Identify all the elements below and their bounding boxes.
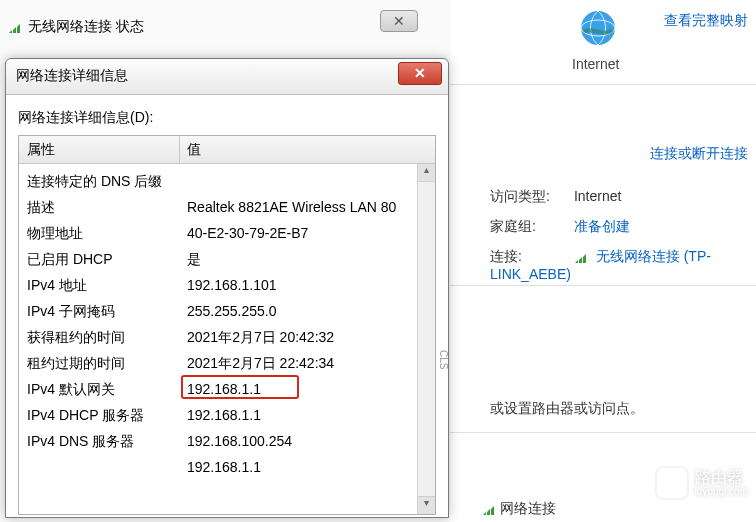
column-divider[interactable] xyxy=(179,136,180,164)
scroll-down-icon[interactable]: ▾ xyxy=(418,496,435,514)
row-property: IPv4 DNS 服务器 xyxy=(27,428,134,454)
dialog-titlebar[interactable]: 网络连接详细信息 ✕ xyxy=(6,59,448,95)
row-value: Realtek 8821AE Wireless LAN 80 xyxy=(187,194,396,220)
table-row[interactable]: 租约过期的时间2021年2月7日 22:42:34 xyxy=(19,350,435,376)
separator xyxy=(450,432,756,433)
row-value: 2021年2月7日 20:42:32 xyxy=(187,324,334,350)
separator xyxy=(450,285,756,286)
table-row[interactable]: 192.168.1.1 xyxy=(19,454,435,480)
access-type-label: 访问类型: xyxy=(490,188,570,206)
status-window-close-button[interactable]: ✕ xyxy=(380,10,418,32)
svg-rect-2 xyxy=(664,485,680,490)
row-property: 租约过期的时间 xyxy=(27,350,125,376)
row-value: 是 xyxy=(187,246,201,272)
connect-disconnect-link[interactable]: 连接或断开连接 xyxy=(650,145,748,163)
table-row[interactable]: 连接特定的 DNS 后缀 xyxy=(19,168,435,194)
router-hint-text: 或设置路由器或访问点。 xyxy=(490,400,644,418)
network-details-dialog: 网络连接详细信息 ✕ 网络连接详细信息(D): 属性 值 连接特定的 DNS 后… xyxy=(5,58,449,518)
scroll-up-icon[interactable]: ▴ xyxy=(418,164,435,182)
row-property: 获得租约的时间 xyxy=(27,324,125,350)
details-list-header: 属性 值 xyxy=(19,136,435,164)
row-value: 40-E2-30-79-2E-B7 xyxy=(187,220,308,246)
row-property: 已启用 DHCP xyxy=(27,246,113,272)
row-value: 192.168.100.254 xyxy=(187,428,292,454)
table-row[interactable]: 描述Realtek 8821AE Wireless LAN 80 xyxy=(19,194,435,220)
table-row[interactable]: 获得租约的时间2021年2月7日 20:42:32 xyxy=(19,324,435,350)
separator xyxy=(450,84,756,85)
row-property: 连接特定的 DNS 后缀 xyxy=(27,168,162,194)
status-window-title: 无线网络连接 状态 xyxy=(28,18,144,36)
homegroup-label: 家庭组: xyxy=(490,218,570,236)
table-row[interactable]: 已启用 DHCP是 xyxy=(19,246,435,272)
internet-globe-icon xyxy=(578,8,618,48)
table-row[interactable]: IPv4 DNS 服务器192.168.100.254 xyxy=(19,428,435,454)
watermark-sub: luyouqi.com xyxy=(695,486,748,497)
row-value: 192.168.1.1 xyxy=(187,402,261,428)
wifi-icon xyxy=(8,20,24,32)
access-type-value: Internet xyxy=(574,188,621,204)
connections-label: 连接: xyxy=(490,248,570,266)
homegroup-link[interactable]: 准备创建 xyxy=(574,218,630,234)
homegroup-row: 家庭组: 准备创建 xyxy=(490,218,630,236)
internet-label: Internet xyxy=(572,56,619,72)
column-value[interactable]: 值 xyxy=(187,141,201,159)
row-value: 192.168.1.101 xyxy=(187,272,277,298)
row-property: IPv4 DHCP 服务器 xyxy=(27,402,144,428)
row-property: 描述 xyxy=(27,194,55,220)
row-property: IPv4 子网掩码 xyxy=(27,298,115,324)
router-icon xyxy=(655,466,689,500)
close-button[interactable]: ✕ xyxy=(398,62,442,85)
table-row[interactable]: IPv4 默认网关192.168.1.1 xyxy=(19,376,435,402)
details-list-label: 网络连接详细信息(D): xyxy=(18,109,436,127)
side-label: CLS xyxy=(438,350,449,369)
table-row[interactable]: IPv4 地址192.168.1.101 xyxy=(19,272,435,298)
connections-row: 连接: 无线网络连接 (TP-LINK_AEBE) xyxy=(490,248,756,282)
row-value: 255.255.255.0 xyxy=(187,298,277,324)
svg-line-4 xyxy=(676,477,678,485)
row-value: 192.168.1.1 xyxy=(187,454,261,480)
watermark: 路由器 luyouqi.com xyxy=(655,466,748,500)
table-row[interactable]: IPv4 DHCP 服务器192.168.1.1 xyxy=(19,402,435,428)
svg-point-0 xyxy=(581,11,615,45)
view-full-map-link[interactable]: 查看完整映射 xyxy=(664,12,748,30)
scrollbar[interactable]: ▴ ▾ xyxy=(417,164,435,514)
row-property: 物理地址 xyxy=(27,220,83,246)
dialog-title: 网络连接详细信息 xyxy=(16,67,128,85)
details-list: 属性 值 连接特定的 DNS 后缀描述Realtek 8821AE Wirele… xyxy=(18,135,436,515)
wifi-icon xyxy=(482,502,498,514)
row-property: IPv4 默认网关 xyxy=(27,376,115,402)
table-row[interactable]: IPv4 子网掩码255.255.255.0 xyxy=(19,298,435,324)
column-property[interactable]: 属性 xyxy=(27,141,55,159)
network-center-panel: Internet 查看完整映射 连接或断开连接 访问类型: Internet 家… xyxy=(450,0,756,522)
row-value: 192.168.1.1 xyxy=(187,376,261,402)
table-row[interactable]: 物理地址40-E2-30-79-2E-B7 xyxy=(19,220,435,246)
watermark-title: 路由器 xyxy=(695,469,748,487)
row-property: IPv4 地址 xyxy=(27,272,87,298)
svg-line-3 xyxy=(666,477,668,485)
bottom-network-text: 网络连接 xyxy=(500,500,556,518)
wifi-icon xyxy=(574,251,590,263)
status-window-titlebar: 无线网络连接 状态 xyxy=(0,8,170,38)
access-type-row: 访问类型: Internet xyxy=(490,188,621,206)
row-value: 2021年2月7日 22:42:34 xyxy=(187,350,334,376)
